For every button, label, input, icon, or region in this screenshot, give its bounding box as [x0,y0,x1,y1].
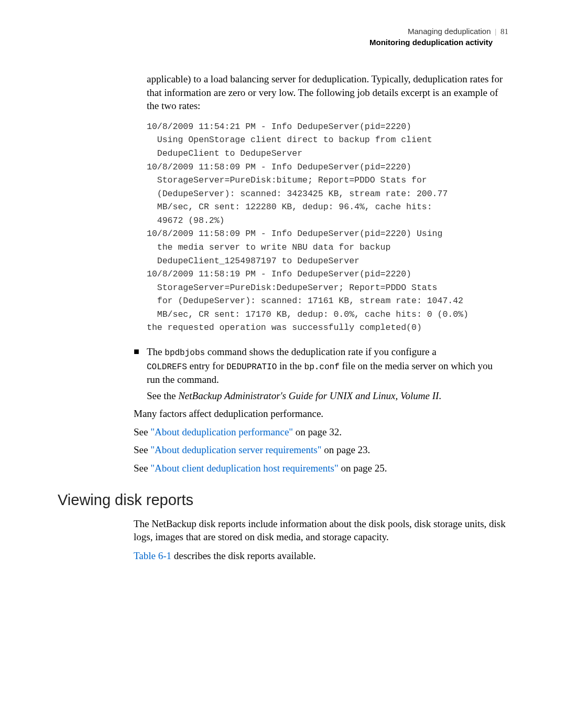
see-prefix: See the [147,390,178,401]
see-suffix: . [439,390,441,401]
page-header: Managing deduplication | 81 Monitoring d… [58,26,508,47]
bullet-text-part: command shows the deduplication rate if … [205,346,437,357]
header-chapter: Managing deduplication [408,27,491,36]
header-divider: | [495,27,496,36]
see-suffix: on page 23. [321,444,370,455]
bullet-marker-icon: ■ [134,345,147,387]
table-link[interactable]: Table 6-1 [134,550,171,561]
intro-paragraph: applicable) to a load balancing server f… [147,72,508,113]
header-section: Monitoring deduplication activity [58,37,493,48]
section-text: describes the disk reports available. [171,550,315,561]
see-prefix: See [134,426,150,437]
bullet-text-part: entry for [187,360,226,371]
bullet-text-part: The [147,346,165,357]
bullet-see-reference: See the NetBackup Administrator's Guide … [147,389,508,403]
see-reference-2: See "About deduplication server requirem… [134,443,508,457]
bullet-item: ■ The bpdbjobs command shows the dedupli… [134,345,508,387]
command-dedupratio: DEDUPRATIO [226,362,277,372]
section-paragraph-2: Table 6-1 describes the disk reports ava… [134,549,508,563]
page-number: 81 [500,27,508,36]
book-title: NetBackup Administrator's Guide for UNIX… [178,390,439,401]
command-coldrefs: COLDREFS [147,362,187,372]
bullet-text-part: in the [277,360,304,371]
bullet-text: The bpdbjobs command shows the deduplica… [147,345,508,387]
body-paragraph: Many factors affect deduplication perfor… [134,407,508,421]
section-heading: Viewing disk reports [58,491,508,509]
section-paragraph-1: The NetBackup disk reports include infor… [134,517,508,544]
command-bpdbjobs: bpdbjobs [165,348,205,358]
see-reference-3: See "About client deduplication host req… [134,462,508,476]
see-reference-1: See "About deduplication performance" on… [134,425,508,440]
see-prefix: See [134,444,150,455]
see-suffix: on page 32. [293,426,342,437]
see-prefix: See [134,463,150,474]
see-suffix: on page 25. [339,463,387,474]
see-link-server-req[interactable]: "About deduplication server requirements… [150,444,321,455]
command-bpconf: bp.conf [304,362,340,372]
log-code-block: 10/8/2009 11:54:21 PM - Info DedupeServe… [147,120,508,335]
see-link-performance[interactable]: "About deduplication performance" [150,426,293,437]
see-link-client-req[interactable]: "About client deduplication host require… [150,463,339,474]
